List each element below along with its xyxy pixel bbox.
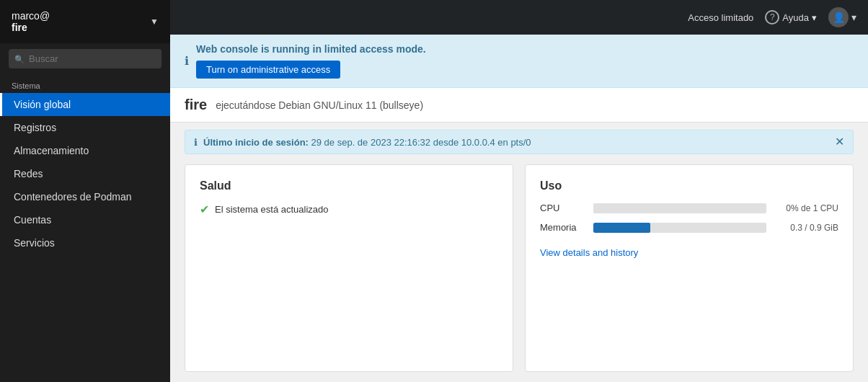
health-status-item: ✔ El sistema está actualizado xyxy=(200,203,498,216)
session-info-icon: ℹ xyxy=(194,137,198,148)
usage-card-title: Uso xyxy=(540,179,838,192)
sidebar-item-registros[interactable]: Registros xyxy=(0,116,170,139)
view-details-link[interactable]: View details and history xyxy=(540,247,838,258)
sidebar-item-redes[interactable]: Redes xyxy=(0,162,170,185)
cards-row: Salud ✔ El sistema está actualizado Uso … xyxy=(185,164,854,372)
usage-value-1: 0.3 / 0.9 GiB xyxy=(774,223,838,233)
topbar: Acceso limitado ? Ayuda ▾ 👤 ▾ xyxy=(170,0,868,35)
usage-row-cpu: CPU 0% de 1 CPU xyxy=(540,203,838,213)
sidebar-section-label: Sistema xyxy=(0,74,170,93)
sidebar-chevron-icon: ▼ xyxy=(150,17,159,27)
session-bar-text: Último inicio de sesión: 29 de sep. de 2… xyxy=(203,137,531,148)
sidebar-header[interactable]: marco@ fire ▼ xyxy=(0,0,170,43)
avatar: 👤 xyxy=(828,7,849,27)
usage-row-memoria: Memoria 0.3 / 0.9 GiB xyxy=(540,222,838,233)
sidebar-item-servicios[interactable]: Servicios xyxy=(0,231,170,254)
sidebar-item-almacenamiento[interactable]: Almacenamiento xyxy=(0,139,170,162)
sidebar-item-contenedores[interactable]: Contenedores de Podman xyxy=(0,185,170,208)
access-mode-banner: ℹ Web console is running in limited acce… xyxy=(170,35,868,88)
health-card-title: Salud xyxy=(200,179,498,192)
session-bar-close-icon[interactable]: ✕ xyxy=(835,136,844,148)
access-label: Acceso limitado xyxy=(688,12,753,23)
main-content: Acceso limitado ? Ayuda ▾ 👤 ▾ ℹ Web cons… xyxy=(170,0,868,382)
sidebar-search-wrapper xyxy=(0,43,170,74)
sidebar-hostname: fire xyxy=(12,22,50,33)
help-chevron-icon: ▾ xyxy=(812,12,817,23)
page-subtitle: ejecutándose Debian GNU/Linux 11 (bullse… xyxy=(216,99,423,111)
help-menu[interactable]: ? Ayuda ▾ xyxy=(765,10,817,25)
usage-label-0: CPU xyxy=(540,203,586,213)
sidebar-item-cuentas[interactable]: Cuentas xyxy=(0,208,170,231)
banner-content: Web console is running in limited access… xyxy=(196,43,426,79)
help-circle-icon: ? xyxy=(765,10,779,25)
session-info-bar: ℹ Último inicio de sesión: 29 de sep. de… xyxy=(185,130,854,154)
sidebar: marco@ fire ▼ Sistema Visión global Regi… xyxy=(0,0,170,382)
health-status-text: El sistema está actualizado xyxy=(215,204,329,215)
session-bar-left: ℹ Último inicio de sesión: 29 de sep. de… xyxy=(194,137,531,148)
user-chevron-icon: ▾ xyxy=(851,12,856,23)
help-label: Ayuda xyxy=(782,12,809,23)
usage-value-0: 0% de 1 CPU xyxy=(774,203,838,213)
usage-label-1: Memoria xyxy=(540,222,586,233)
turn-on-admin-button[interactable]: Turn on administrative access xyxy=(196,61,340,79)
usage-card: Uso CPU 0% de 1 CPU Memoria 0.3 / 0.9 Gi… xyxy=(525,164,854,372)
banner-message: Web console is running in limited access… xyxy=(196,43,426,55)
banner-info-icon: ℹ xyxy=(185,54,189,68)
sidebar-username: marco@ xyxy=(12,10,50,22)
sidebar-item-vision-global[interactable]: Visión global xyxy=(0,93,170,116)
usage-rows: CPU 0% de 1 CPU Memoria 0.3 / 0.9 GiB xyxy=(540,203,838,241)
page-header: fire ejecutándose Debian GNU/Linux 11 (b… xyxy=(170,88,868,123)
health-ok-icon: ✔ xyxy=(200,203,209,216)
user-menu[interactable]: 👤 ▾ xyxy=(828,7,856,27)
page-title: fire xyxy=(185,97,207,113)
health-card: Salud ✔ El sistema está actualizado xyxy=(185,164,513,372)
usage-bar-wrap-1 xyxy=(593,223,766,233)
usage-bar-wrap-0 xyxy=(593,203,766,213)
usage-bar-fill-1 xyxy=(593,223,650,233)
sidebar-user-info: marco@ fire xyxy=(12,10,50,33)
search-input[interactable] xyxy=(9,49,161,68)
